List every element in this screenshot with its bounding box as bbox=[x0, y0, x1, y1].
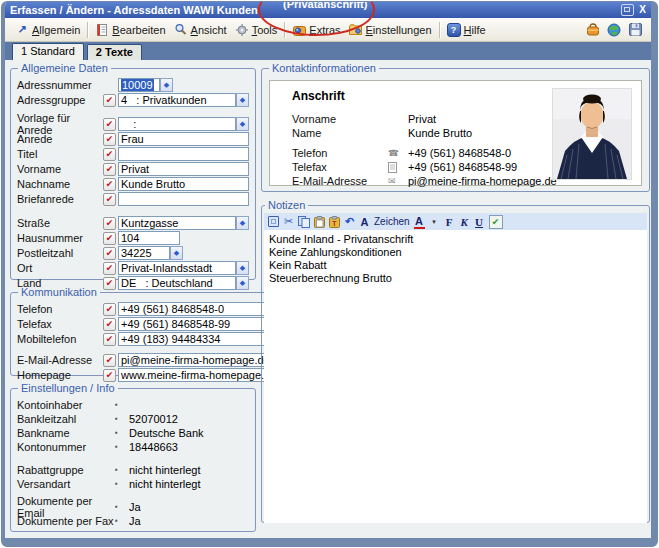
edit-check-button[interactable]: ✔ bbox=[103, 217, 116, 230]
note-line: Keine Zahlungskonditionen bbox=[269, 246, 642, 259]
frame-icon[interactable] bbox=[268, 216, 279, 227]
edit-check-button[interactable]: ✔ bbox=[103, 178, 116, 191]
paste-icon[interactable] bbox=[314, 215, 325, 228]
briefanrede-input[interactable] bbox=[118, 192, 249, 206]
info-versandart: Versandart ▪ nicht hinterlegt bbox=[17, 477, 249, 490]
edit-check-button[interactable]: ✔ bbox=[103, 318, 116, 331]
hausnummer-input[interactable]: 104 bbox=[118, 231, 180, 245]
land-dropdown-button[interactable]: ◆ bbox=[236, 276, 249, 290]
edit-check-button[interactable]: ✔ bbox=[103, 118, 116, 131]
strasse-input[interactable]: Kuntzgasse bbox=[118, 216, 236, 230]
group-title: Einstellungen / Info bbox=[18, 382, 118, 394]
telefax-input[interactable]: +49 (561) 8468548-99 bbox=[118, 317, 279, 331]
title-bar: Erfassen / Ändern - Adressdaten WAWI Kun… bbox=[5, 2, 651, 18]
field-hausnummer: Hausnummer ✔ 104 bbox=[17, 231, 249, 245]
info-bankname: Bankname ▪ Deutsche Bank bbox=[17, 426, 249, 439]
italic-button[interactable]: K bbox=[459, 215, 470, 228]
edit-check-button[interactable]: ✔ bbox=[103, 333, 116, 346]
vorname-input[interactable]: Privat bbox=[118, 162, 249, 176]
edit-check-button[interactable]: ✔ bbox=[103, 133, 116, 146]
field-briefanrede: Briefanrede ✔ bbox=[17, 192, 249, 206]
info-rabattgruppe: Rabattgruppe ▪ nicht hinterlegt bbox=[17, 463, 249, 476]
note-line: Kein Rabatt bbox=[269, 259, 642, 272]
undo-icon[interactable]: ↶ bbox=[344, 215, 355, 228]
edit-check-button[interactable]: ✔ bbox=[103, 277, 116, 290]
edit-check-button[interactable]: ✔ bbox=[103, 303, 116, 316]
strasse-dropdown-button[interactable]: ◆ bbox=[236, 216, 249, 230]
menu-bearbeiten[interactable]: Bearbeiten bbox=[91, 21, 169, 38]
notes-toolbar: ✂ T ↶ A Zeichen A ▾ F K bbox=[264, 213, 647, 230]
edit-mode-icon[interactable]: ✔ bbox=[489, 215, 503, 229]
cut-icon[interactable]: ✂ bbox=[283, 215, 294, 228]
field-postleitzahl: Postleitzahl ✔ 34225 ◆ bbox=[17, 246, 249, 260]
underline-button[interactable]: U bbox=[474, 215, 485, 228]
tab-texte[interactable]: 2 Texte bbox=[87, 44, 142, 60]
save-icon[interactable] bbox=[628, 23, 642, 36]
ort-input[interactable]: Privat-Inlandsstadt bbox=[118, 261, 236, 275]
copy-icon[interactable] bbox=[298, 215, 310, 228]
paste-text-icon[interactable]: T bbox=[329, 215, 340, 228]
adressgruppe-dropdown-button[interactable]: ◆ bbox=[236, 93, 249, 107]
info-kontonummer: Kontonummer ▪ 18448663 bbox=[17, 440, 249, 453]
titel-input[interactable] bbox=[118, 147, 249, 161]
menu-hilfe[interactable]: ? Hilfe bbox=[443, 21, 490, 39]
edit-check-button[interactable]: ✔ bbox=[103, 148, 116, 161]
info-bullet-icon: ▪ bbox=[115, 503, 129, 511]
svg-text:T: T bbox=[332, 220, 337, 227]
contact-card: Anschrift Vorname Privat Name Kunde Brut… bbox=[269, 80, 642, 186]
close-button[interactable]: X bbox=[639, 5, 646, 15]
adressnummer-spin-button[interactable]: ◆ bbox=[160, 78, 173, 92]
field-homepage: Homepage ✔ www.meine-firma-homepage.de → bbox=[17, 368, 293, 382]
vorlage-anrede-dropdown-button[interactable]: ◆ bbox=[236, 117, 249, 131]
dock-window-button[interactable] bbox=[621, 4, 634, 16]
edit-check-button[interactable]: ✔ bbox=[103, 232, 116, 245]
field-vorname: Vorname ✔ Privat bbox=[17, 162, 249, 176]
menu-allgemein[interactable]: ↗ Allgemein bbox=[11, 21, 84, 38]
font-color-icon[interactable]: A bbox=[414, 214, 425, 229]
contact-photo bbox=[552, 88, 632, 180]
edit-check-button[interactable]: ✔ bbox=[103, 262, 116, 275]
font-color-caret-icon[interactable]: ▾ bbox=[429, 215, 440, 228]
edit-check-button[interactable]: ✔ bbox=[103, 354, 116, 367]
bold-button[interactable]: F bbox=[444, 215, 455, 228]
adressgruppe-input[interactable]: 4 : Privatkunden bbox=[118, 93, 236, 107]
field-email: E-Mail-Adresse ✔ pi@meine-firma-homepage… bbox=[17, 353, 293, 367]
globe-icon[interactable] bbox=[607, 23, 621, 36]
nachname-input[interactable]: Kunde Brutto bbox=[118, 177, 249, 191]
magnifier-icon bbox=[174, 23, 188, 36]
info-dokumente-fax: Dokumente per Fax ▪ Ja bbox=[17, 514, 249, 527]
field-telefon: Telefon ✔ +49 (561) 8468548-0 ☎ bbox=[17, 302, 293, 316]
phone-icon: ☎ bbox=[388, 148, 408, 158]
homepage-input[interactable]: www.meine-firma-homepage.de bbox=[118, 368, 279, 382]
menu-ansicht[interactable]: Ansicht bbox=[170, 21, 231, 38]
ort-dropdown-button[interactable]: ◆ bbox=[236, 261, 249, 275]
basket-icon[interactable] bbox=[586, 23, 600, 36]
note-line: Kunde Inland - Privatanschrift bbox=[269, 233, 642, 246]
info-bullet-icon: ▪ bbox=[115, 517, 129, 525]
telefon-input[interactable]: +49 (561) 8468548-0 bbox=[118, 302, 279, 316]
postleitzahl-dropdown-button[interactable]: ◆ bbox=[170, 246, 183, 260]
postleitzahl-input[interactable]: 34225 bbox=[118, 246, 170, 260]
edit-check-button[interactable]: ✔ bbox=[103, 94, 116, 107]
notes-editor[interactable]: Kunde Inland - Privatanschrift Keine Zah… bbox=[264, 230, 647, 523]
land-input[interactable]: DE : Deutschland bbox=[118, 276, 236, 290]
field-ort: Ort ✔ Privat-Inlandsstadt ◆ bbox=[17, 261, 249, 275]
info-bullet-icon: ▪ bbox=[115, 480, 129, 488]
right-column: Kontaktinformationen Anschrift Vorname P… bbox=[261, 62, 650, 523]
adressnummer-input[interactable]: 10009 bbox=[118, 78, 160, 92]
email-input[interactable]: pi@meine-firma-homepage.de bbox=[118, 353, 279, 367]
fax-document-icon bbox=[388, 162, 408, 173]
vorlage-anrede-input[interactable]: : bbox=[118, 117, 236, 131]
edit-check-button[interactable]: ✔ bbox=[103, 247, 116, 260]
notebook-icon bbox=[95, 23, 109, 36]
content-area: Allgemeine Daten Adressnummer 10009 ◆ Ad… bbox=[5, 60, 651, 538]
edit-check-button[interactable]: ✔ bbox=[103, 369, 116, 382]
group-title: Kommunikation bbox=[18, 286, 100, 298]
zeichen-label[interactable]: Zeichen bbox=[374, 215, 410, 228]
tab-standard[interactable]: 1 Standard bbox=[12, 43, 84, 60]
edit-check-button[interactable]: ✔ bbox=[103, 163, 116, 176]
font-icon[interactable]: A bbox=[359, 215, 370, 228]
mobiltelefon-input[interactable]: +49 (183) 94484334 bbox=[118, 332, 279, 346]
anrede-input[interactable]: Frau bbox=[118, 132, 249, 146]
edit-check-button[interactable]: ✔ bbox=[103, 193, 116, 206]
